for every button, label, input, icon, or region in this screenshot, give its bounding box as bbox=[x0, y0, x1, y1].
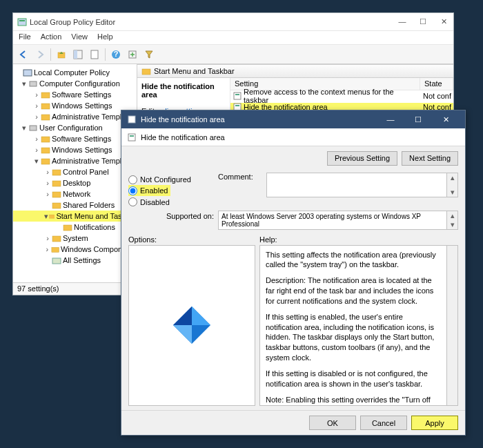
filter-button[interactable] bbox=[141, 47, 157, 62]
up-button[interactable] bbox=[54, 47, 69, 62]
radio-not-configured[interactable]: Not Configured bbox=[128, 174, 218, 185]
svg-marker-39 bbox=[173, 325, 192, 344]
tree-item[interactable]: Network bbox=[63, 190, 90, 198]
dialog-close[interactable]: ✕ bbox=[432, 110, 460, 128]
svg-rect-28 bbox=[234, 92, 241, 99]
tree-item[interactable]: System bbox=[63, 234, 88, 242]
svg-rect-15 bbox=[41, 137, 50, 142]
options-label: Options: bbox=[128, 235, 259, 244]
dialog-minimize[interactable]: ― bbox=[377, 110, 404, 128]
svg-rect-27 bbox=[142, 69, 150, 75]
svg-rect-10 bbox=[30, 81, 37, 86]
scrollbar[interactable]: ▴▾ bbox=[447, 211, 458, 230]
help-label: Help: bbox=[259, 235, 277, 244]
tree-item[interactable]: Software Settings bbox=[52, 90, 111, 99]
svg-rect-4 bbox=[74, 50, 77, 59]
menu-file[interactable]: File bbox=[19, 32, 31, 43]
svg-rect-31 bbox=[235, 105, 239, 106]
tree-root[interactable]: Local Computer Policy bbox=[34, 68, 110, 77]
svg-rect-9 bbox=[23, 70, 32, 76]
svg-rect-12 bbox=[41, 104, 50, 109]
svg-rect-29 bbox=[235, 94, 239, 95]
svg-marker-40 bbox=[173, 306, 192, 325]
svg-rect-36 bbox=[130, 135, 134, 137]
svg-rect-24 bbox=[52, 236, 61, 242]
tree-item[interactable]: Windows Settings bbox=[52, 146, 112, 154]
next-setting-button[interactable]: Next Setting bbox=[402, 151, 458, 166]
svg-rect-19 bbox=[52, 181, 61, 186]
svg-rect-17 bbox=[41, 159, 50, 164]
tree-item[interactable]: Desktop bbox=[63, 179, 90, 187]
svg-rect-11 bbox=[41, 92, 50, 98]
help-button[interactable]: ? bbox=[108, 47, 124, 62]
svg-rect-35 bbox=[128, 134, 135, 141]
tree-item[interactable]: Notifications bbox=[74, 223, 115, 231]
back-button[interactable] bbox=[16, 47, 31, 62]
svg-rect-25 bbox=[51, 247, 59, 252]
watermark-logo-icon bbox=[168, 301, 216, 349]
svg-rect-34 bbox=[128, 116, 135, 123]
svg-text:?: ? bbox=[114, 50, 119, 58]
gpedit-titlebar[interactable]: Local Group Policy Editor ― ☐ ✕ bbox=[13, 13, 453, 31]
export-button[interactable] bbox=[125, 47, 140, 62]
policy-dialog: Hide the notification area ― ☐ ✕ Hide th… bbox=[121, 110, 466, 436]
supported-on-label: Supported on: bbox=[128, 211, 218, 230]
tree-item[interactable]: All Settings bbox=[63, 256, 101, 264]
cancel-button[interactable]: Cancel bbox=[360, 416, 407, 430]
forward-button[interactable] bbox=[32, 47, 48, 62]
close-button[interactable]: ✕ bbox=[438, 17, 449, 26]
svg-rect-18 bbox=[52, 170, 61, 175]
gpedit-icon bbox=[17, 17, 27, 27]
details-header: Start Menu and Taskbar bbox=[137, 64, 453, 78]
menu-action[interactable]: Action bbox=[41, 32, 62, 43]
maximize-button[interactable]: ☐ bbox=[417, 17, 428, 26]
col-state[interactable]: State bbox=[420, 78, 453, 90]
dialog-titlebar[interactable]: Hide the notification area ― ☐ ✕ bbox=[121, 110, 465, 128]
dialog-icon bbox=[127, 115, 137, 124]
svg-rect-0 bbox=[18, 19, 26, 26]
comment-label: Comment: bbox=[218, 173, 266, 197]
svg-rect-1 bbox=[19, 20, 25, 21]
radio-disabled[interactable]: Disabled bbox=[128, 197, 218, 208]
toolbar: ? bbox=[13, 45, 453, 64]
scrollbar[interactable]: ▴▾ bbox=[447, 173, 458, 197]
dialog-maximize[interactable]: ☐ bbox=[404, 110, 432, 128]
svg-rect-26 bbox=[52, 258, 61, 264]
apply-button[interactable]: Apply bbox=[411, 416, 458, 430]
policy-tree[interactable]: Local Computer Policy ▾Computer Configur… bbox=[13, 64, 137, 282]
svg-marker-38 bbox=[192, 306, 210, 325]
policy-icon bbox=[127, 133, 137, 142]
svg-rect-13 bbox=[41, 115, 50, 120]
tree-cc[interactable]: Computer Configuration bbox=[39, 79, 120, 88]
tree-uc[interactable]: User Configuration bbox=[39, 124, 103, 132]
properties-button[interactable] bbox=[87, 47, 102, 62]
options-box bbox=[128, 245, 255, 407]
menubar: File Action View Help bbox=[13, 31, 453, 45]
help-box[interactable]: This setting affects the notification ar… bbox=[259, 245, 447, 407]
ok-button[interactable]: OK bbox=[309, 416, 356, 430]
svg-rect-16 bbox=[41, 148, 50, 153]
tree-item[interactable]: Control Panel bbox=[63, 168, 109, 176]
dialog-subtitle-bar: Hide the notification area bbox=[121, 128, 465, 146]
minimize-button[interactable]: ― bbox=[397, 17, 408, 26]
tree-item[interactable]: Windows Settings bbox=[52, 101, 112, 110]
scrollbar[interactable] bbox=[447, 245, 458, 407]
show-hide-button[interactable] bbox=[70, 47, 86, 62]
tree-item[interactable]: Shared Folders bbox=[63, 201, 115, 209]
menu-view[interactable]: View bbox=[71, 32, 88, 43]
radio-enabled[interactable]: Enabled bbox=[128, 185, 170, 196]
svg-rect-14 bbox=[30, 126, 37, 130]
svg-rect-23 bbox=[63, 225, 72, 231]
policy-row: Remove access to the context menus for t… bbox=[230, 90, 453, 101]
dialog-title: Hide the notification area bbox=[141, 115, 225, 124]
svg-rect-20 bbox=[52, 192, 61, 197]
svg-rect-22 bbox=[49, 215, 55, 218]
gpedit-title: Local Group Policy Editor bbox=[30, 18, 115, 26]
svg-rect-5 bbox=[91, 50, 98, 59]
tree-item[interactable]: Software Settings bbox=[52, 135, 111, 143]
supported-on-value: At least Windows Server 2003 operating s… bbox=[218, 211, 447, 230]
menu-help[interactable]: Help bbox=[97, 32, 113, 43]
svg-rect-21 bbox=[52, 203, 61, 208]
comment-textarea[interactable] bbox=[266, 173, 447, 197]
previous-setting-button[interactable]: Previous Setting bbox=[327, 151, 397, 166]
